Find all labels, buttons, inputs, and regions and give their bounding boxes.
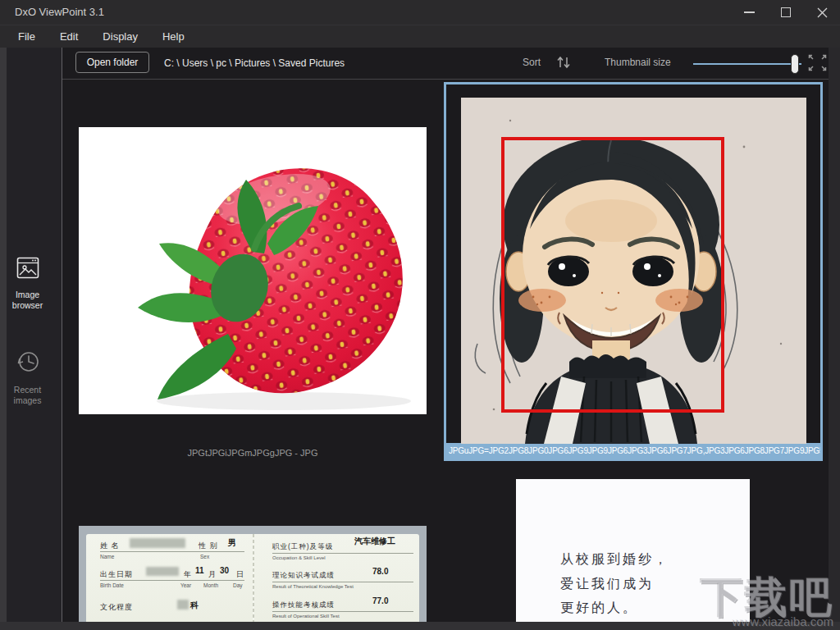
menu-bar: File Edit Display Help <box>0 25 840 48</box>
breadcrumb: C: \ Users \ pc \ Pictures \ Saved Pictu… <box>164 57 345 69</box>
close-icon <box>817 7 828 18</box>
slider-handle[interactable] <box>791 54 799 74</box>
cert-theory-value: 78.0 <box>372 567 388 576</box>
cert-underline <box>272 582 413 582</box>
cert-underline <box>272 611 413 612</box>
thumbnail-caption-selected: JPGuJPG=JPG2JPG8JPG0JPG6JPG9JPG9JPG6JPG3… <box>446 443 820 459</box>
slider-track <box>693 63 801 65</box>
sidebar-item-recent-images[interactable]: Recent images <box>0 348 55 406</box>
cert-skill-label-cn: 操作技能考核成绩 <box>272 600 335 610</box>
cert-theory-label-en: Result of Theoretical Knowledge Test <box>272 584 354 589</box>
expand-arrows-icon <box>807 53 828 72</box>
cert-year-label-cn: 年 <box>184 569 192 580</box>
cert-edu-value: 科 <box>190 600 199 611</box>
note-line-2: 爱让我们成为 <box>560 576 654 593</box>
thumbnail-size-label: Thumbnail size <box>605 57 671 68</box>
fullscreen-button[interactable] <box>807 53 828 75</box>
sidebar-item-label: Recent images <box>0 385 55 406</box>
open-folder-button[interactable]: Open folder <box>75 52 149 73</box>
toolbar-divider <box>62 79 829 80</box>
cert-edu-redacted <box>177 600 189 609</box>
cert-name-redacted <box>130 538 185 548</box>
cert-year-label-en: Year <box>180 582 191 588</box>
sidebar <box>7 48 62 622</box>
cert-occ-label-cn: 职业(工种)及等级 <box>272 542 333 552</box>
certificate-crease <box>253 534 254 622</box>
image-browser-icon <box>15 256 41 281</box>
sidebar-item-image-browser[interactable]: Image browser <box>0 256 55 311</box>
cert-birthyear-redacted <box>146 567 179 576</box>
menu-display[interactable]: Display <box>103 30 138 43</box>
cert-day-label-cn: 日 <box>236 569 244 580</box>
cert-sex-label-cn: 性 别 <box>199 541 218 551</box>
cert-name-label-en: Name <box>100 554 114 559</box>
crop-frame[interactable] <box>501 137 724 413</box>
menu-file[interactable]: File <box>18 30 35 43</box>
cert-month-value: 11 <box>195 566 204 575</box>
sidebar-item-label: Image browser <box>0 290 55 311</box>
window-frame-bottom <box>0 622 840 630</box>
cert-birth-label-cn: 出生日期 <box>100 569 133 580</box>
minimize-icon <box>744 11 755 13</box>
cert-theory-label-cn: 理论知识考试成绩 <box>272 571 335 581</box>
cert-sex-value: 男 <box>228 537 236 549</box>
note-line-3: 更好的人。 <box>560 600 638 617</box>
window-frame-right <box>829 48 840 622</box>
menu-help[interactable]: Help <box>162 30 185 43</box>
strawberry-image <box>79 127 427 414</box>
cert-underline <box>272 553 413 554</box>
cert-underline <box>100 580 244 581</box>
cert-sex-label-en: Sex <box>200 554 209 559</box>
note-line-1: 从校服到婚纱， <box>560 551 669 568</box>
thumbnail-size-slider[interactable] <box>693 56 801 72</box>
cert-skill-value: 77.0 <box>372 596 388 605</box>
menu-edit[interactable]: Edit <box>60 30 78 43</box>
cert-name-label-cn: 姓 名 <box>100 541 120 551</box>
cert-day-value: 30 <box>220 566 229 575</box>
cert-edu-label-cn: 文化程度 <box>100 602 133 613</box>
minimize-button[interactable] <box>735 0 763 25</box>
thumbnail-handwritten-note[interactable]: 从校服到婚纱， 爱让我们成为 更好的人。 <box>516 479 750 622</box>
cert-occ-label-en: Occupation & Skill Level <box>272 555 326 560</box>
thumbnail-caption: JPGtJPGiJPGmJPGgJPG - JPG <box>79 448 427 458</box>
cert-month-label-en: Month <box>203 582 218 588</box>
cert-month-label-cn: 月 <box>208 569 217 580</box>
thumbnail-strawberry[interactable] <box>79 127 427 414</box>
sort-direction-button[interactable] <box>555 54 573 74</box>
window-frame-left <box>0 48 7 622</box>
maximize-icon <box>781 7 791 17</box>
window-title: DxO ViewPoint 3.1 <box>15 0 104 25</box>
app-window: { "window": { "title": "DxO ViewPoint 3.… <box>0 0 840 630</box>
cert-day-label-en: Day <box>233 582 243 588</box>
maximize-button[interactable] <box>772 0 800 25</box>
sort-label: Sort <box>523 57 541 68</box>
cert-birth-label-en: Birth Date <box>100 582 124 588</box>
sort-arrows-icon <box>555 54 573 71</box>
thumbnail-certificate[interactable]: 姓 名 性 别 男 Name Sex 出生日期 年 11 月 30 日 Birt… <box>79 526 427 622</box>
recent-images-icon <box>13 348 43 376</box>
cert-underline <box>100 551 244 552</box>
title-bar: DxO ViewPoint 3.1 <box>0 0 840 25</box>
cert-occ-value: 汽车维修工 <box>354 536 395 547</box>
close-button[interactable] <box>808 0 836 25</box>
cert-skill-label-en: Result of Operational Skill Test <box>272 614 340 619</box>
